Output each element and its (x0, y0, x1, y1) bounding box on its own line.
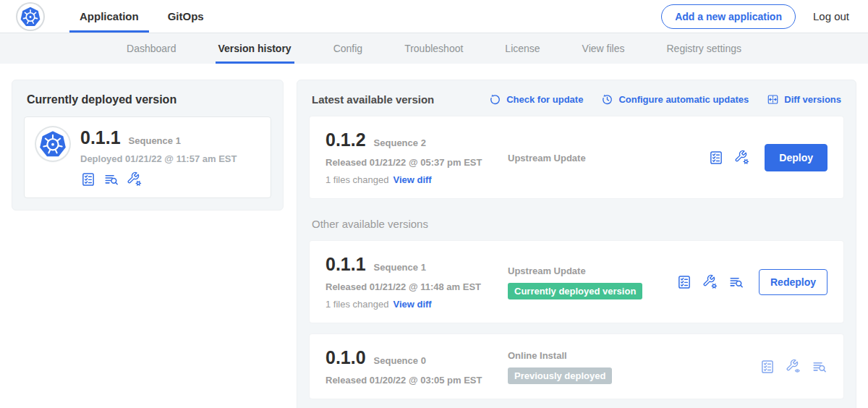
kubernetes-logo (17, 4, 43, 30)
subnav-license[interactable]: License (505, 33, 540, 64)
diff-versions-link[interactable]: Diff versions (767, 93, 841, 106)
preflight-checks-icon[interactable] (80, 171, 96, 187)
sequence-label: Sequence 1 (374, 262, 426, 273)
files-changed-label: 1 files changed (326, 174, 388, 185)
add-new-application-button[interactable]: Add a new application (661, 4, 796, 29)
released-timestamp: Released 01/20/22 @ 03:05 pm EST (326, 375, 508, 386)
released-timestamp: Released 01/21/22 @ 05:37 pm EST (326, 157, 508, 168)
configure-automatic-updates-link[interactable]: Configure automatic updates (601, 93, 749, 106)
app-icon-avatar (36, 127, 69, 161)
other-available-versions-title: Other available versions (312, 218, 841, 230)
deployed-version-number: 0.1.1 (80, 127, 121, 148)
subnav-registry-settings[interactable]: Registry settings (667, 33, 741, 64)
logout-button[interactable]: Log out (813, 10, 849, 22)
kubernetes-logo-icon (20, 6, 41, 27)
config-icon[interactable] (702, 274, 718, 290)
subnav-dashboard[interactable]: Dashboard (127, 33, 176, 64)
view-diff-link[interactable]: View diff (393, 174, 431, 185)
deploy-logs-icon[interactable] (103, 171, 119, 187)
app-header: Application GitOps Add a new application… (0, 0, 868, 33)
subnav-config[interactable]: Config (333, 33, 362, 64)
view-diff-link[interactable]: View diff (393, 299, 431, 310)
sequence-label: Sequence 2 (374, 137, 426, 148)
config-icon[interactable] (734, 150, 750, 166)
version-history-actions: Check for update Configure automatic upd… (489, 93, 841, 106)
currently-deployed-badge: Currently deployed version (508, 283, 642, 299)
refresh-icon (489, 93, 501, 106)
preflight-checks-icon[interactable] (760, 359, 775, 375)
preflight-checks-icon[interactable] (676, 274, 692, 290)
check-for-update-label: Check for update (506, 94, 583, 105)
tab-gitops-label: GitOps (168, 10, 204, 22)
version-number: 0.1.2 (326, 129, 366, 150)
currently-deployed-title: Currently deployed version (27, 93, 271, 106)
header-tabs: Application GitOps (65, 0, 218, 33)
tab-application-label: Application (80, 10, 139, 22)
preflight-checks-icon[interactable] (708, 150, 724, 166)
version-source: Upstream Update (508, 153, 708, 163)
subnav-troubleshoot[interactable]: Troubleshoot (404, 33, 463, 64)
kubernetes-app-icon (38, 129, 67, 158)
subnav-view-files[interactable]: View files (582, 33, 625, 64)
deployed-timestamp: Deployed 01/21/22 @ 11:57 am EST (80, 153, 237, 164)
version-row-0.1.1: 0.1.1 Sequence 1 Released 01/21/22 @ 11:… (309, 240, 844, 323)
redeploy-button[interactable]: Redeploy (759, 269, 827, 295)
deploy-button[interactable]: Deploy (765, 144, 827, 171)
currently-deployed-card: Currently deployed version 0.1.1 Sequenc… (12, 80, 284, 211)
deployed-sequence-label: Sequence 1 (129, 135, 181, 146)
tab-application[interactable]: Application (65, 0, 153, 33)
deploy-logs-icon[interactable] (728, 274, 744, 290)
main-content: Currently deployed version 0.1.1 Sequenc… (0, 64, 868, 408)
sequence-label: Sequence 0 (374, 355, 426, 366)
config-icon[interactable] (127, 171, 142, 187)
version-number: 0.1.0 (326, 347, 366, 368)
version-source: Online Install (508, 350, 760, 361)
header-right: Add a new application Log out (661, 4, 849, 29)
diff-versions-label: Diff versions (784, 94, 841, 105)
latest-available-title: Latest available version (312, 93, 434, 106)
version-number: 0.1.1 (326, 254, 366, 275)
version-history-panel: Latest available version Check for updat… (297, 80, 856, 408)
released-timestamp: Released 01/21/22 @ 11:48 am EST (326, 281, 508, 292)
config-view-icon[interactable] (786, 359, 801, 375)
subnav-version-history[interactable]: Version history (218, 33, 292, 64)
configure-automatic-updates-label: Configure automatic updates (618, 94, 749, 105)
tab-gitops[interactable]: GitOps (153, 0, 218, 33)
auto-update-icon (601, 93, 613, 106)
version-source: Upstream Update (508, 265, 676, 276)
version-row-0.1.2: 0.1.2 Sequence 2 Released 01/21/22 @ 05:… (309, 116, 844, 199)
check-for-update-link[interactable]: Check for update (489, 93, 583, 106)
deployed-version-card: 0.1.1 Sequence 1 Deployed 01/21/22 @ 11:… (24, 116, 271, 198)
version-row-0.1.0: 0.1.0 Sequence 0 Released 01/20/22 @ 03:… (309, 333, 844, 399)
previously-deployed-badge: Previously deployed (508, 367, 612, 384)
deploy-logs-icon[interactable] (812, 359, 827, 375)
app-subnav: Dashboard Version history Config Trouble… (0, 33, 868, 64)
files-changed-label: 1 files changed (326, 299, 388, 310)
diff-icon (767, 93, 779, 106)
